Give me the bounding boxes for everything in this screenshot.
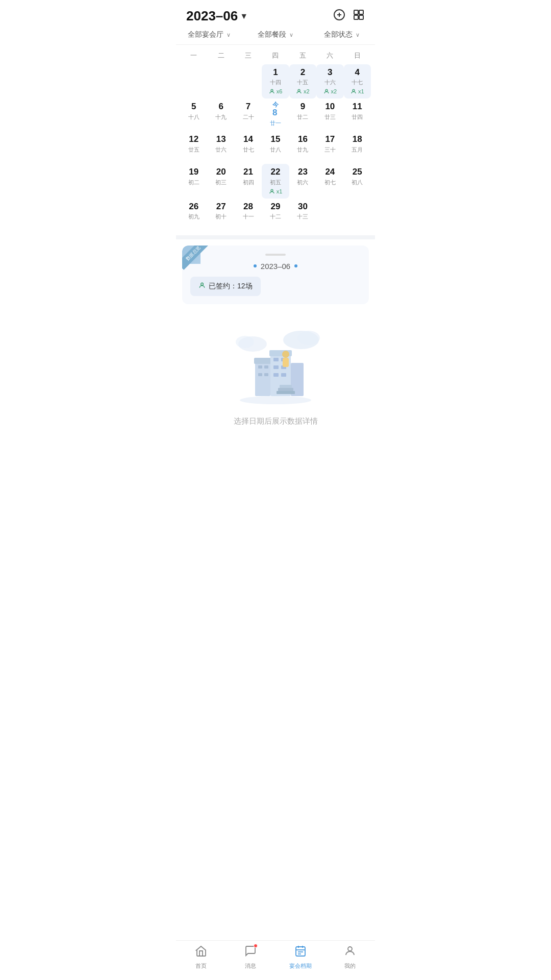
cal-cell-24[interactable]: 24初七 <box>316 164 343 198</box>
svg-rect-24 <box>258 373 262 376</box>
cal-lunar: 廿八 <box>270 146 281 154</box>
svg-rect-26 <box>273 358 279 361</box>
cal-cell-23[interactable]: 23初六 <box>289 164 316 198</box>
svg-point-7 <box>271 89 273 91</box>
cal-cell-7[interactable]: 7二十 <box>235 99 262 131</box>
cal-num: 12 <box>189 134 198 144</box>
svg-rect-35 <box>278 388 293 391</box>
cal-cell-11[interactable]: 11廿四 <box>344 99 371 131</box>
cal-num: 11 <box>353 102 362 112</box>
cal-cell-9[interactable]: 9廿二 <box>289 99 316 131</box>
cal-cell-19[interactable]: 19初二 <box>180 164 207 198</box>
cal-num: 7 <box>246 102 251 112</box>
cal-num: 29 <box>271 202 281 212</box>
cal-lunar: 廿九 <box>297 146 308 154</box>
cal-lunar: 初六 <box>297 179 308 186</box>
cal-num: 14 <box>243 134 253 144</box>
svg-rect-22 <box>258 365 262 369</box>
cal-cell-20[interactable]: 20初三 <box>207 164 234 198</box>
cal-cell-empty-2 <box>235 64 262 99</box>
month-title[interactable]: 2023–06 ▼ <box>186 8 248 24</box>
cal-cell-29[interactable]: 29十二 <box>262 199 289 231</box>
cal-num: 3 <box>328 67 332 78</box>
cal-cell-10[interactable]: 10廿三 <box>316 99 343 131</box>
filter-status-label: 全部状态 <box>324 30 353 39</box>
drag-handle <box>265 254 286 256</box>
svg-rect-31 <box>281 373 286 377</box>
weekday-thu: 四 <box>262 49 289 62</box>
cal-cell-22[interactable]: 22初五 x1 <box>262 164 289 198</box>
dot-left <box>254 264 257 267</box>
cal-lunar: 初五 <box>270 179 281 186</box>
cal-num: 17 <box>325 134 335 144</box>
cal-lunar: 初十 <box>215 213 227 220</box>
weekday-sat: 六 <box>316 49 343 62</box>
weekday-fri: 五 <box>289 49 316 62</box>
cal-num: 23 <box>298 167 308 177</box>
cal-cell-8[interactable]: 今8廿一 <box>262 99 289 131</box>
cal-cell-27[interactable]: 27初十 <box>207 199 234 231</box>
svg-rect-34 <box>280 385 292 388</box>
cal-badge: x6 <box>269 88 283 94</box>
empty-state: 选择日期后展示数据详情 <box>176 304 375 436</box>
cal-lunar: 二十 <box>243 113 254 121</box>
filter-hall-arrow: ∨ <box>227 32 231 38</box>
svg-point-8 <box>298 89 300 91</box>
cal-lunar: 初七 <box>324 179 336 186</box>
cal-cell-18[interactable]: 18五月 <box>344 131 371 164</box>
filter-meal[interactable]: 全部餐段 ∨ <box>242 30 309 39</box>
grid-icon[interactable] <box>353 9 365 24</box>
stat-signed: 已签约：12场 <box>190 277 261 296</box>
cal-num: 19 <box>189 167 198 177</box>
cal-cell-5[interactable]: 5十八 <box>180 99 207 131</box>
cal-cell-6[interactable]: 6十九 <box>207 99 234 131</box>
cal-num: 18 <box>353 134 362 144</box>
cal-cell-empty-1 <box>207 64 234 99</box>
add-icon[interactable] <box>333 9 345 24</box>
weekday-wed: 三 <box>235 49 262 62</box>
cal-cell-26[interactable]: 26初九 <box>180 199 207 231</box>
svg-rect-4 <box>359 10 363 14</box>
cal-cell-16[interactable]: 16廿九 <box>289 131 316 164</box>
cal-cell-30[interactable]: 30十三 <box>289 199 316 231</box>
cal-cell-4[interactable]: 4十七 x1 <box>344 64 371 99</box>
filter-meal-arrow: ∨ <box>289 32 293 38</box>
svg-rect-36 <box>277 391 295 394</box>
dot-right <box>294 264 297 267</box>
stat-person-icon <box>198 282 206 290</box>
cal-lunar: 廿六 <box>215 146 227 154</box>
cal-cell-13[interactable]: 13廿六 <box>207 131 234 164</box>
cal-cell-14[interactable]: 14廿七 <box>235 131 262 164</box>
cal-cell-25[interactable]: 25初八 <box>344 164 371 198</box>
cal-cell-15[interactable]: 15廿八 <box>262 131 289 164</box>
cal-lunar: 十八 <box>188 113 199 121</box>
cal-lunar: 初九 <box>188 213 199 220</box>
cal-cell-3[interactable]: 3十六 x2 <box>316 64 343 99</box>
cal-lunar: 廿七 <box>243 146 254 154</box>
cal-lunar: 初四 <box>243 179 254 186</box>
cal-num: 20 <box>216 167 226 177</box>
cal-cell-2[interactable]: 2十五 x2 <box>289 64 316 99</box>
filter-hall[interactable]: 全部宴会厅 ∨ <box>176 30 242 39</box>
cal-lunar: 十二 <box>270 213 281 220</box>
svg-rect-3 <box>354 10 358 14</box>
cal-num: 15 <box>271 134 281 144</box>
summary-month-title: 2023–06 <box>190 262 361 271</box>
cal-cell-empty-0 <box>180 64 207 99</box>
filter-status[interactable]: 全部状态 ∨ <box>309 30 375 39</box>
cal-lunar: 三十 <box>324 146 336 154</box>
cal-cell-12[interactable]: 12廿五 <box>180 131 207 164</box>
svg-rect-6 <box>359 15 363 19</box>
cal-cell-21[interactable]: 21初四 <box>235 164 262 198</box>
cal-cell-17[interactable]: 17三十 <box>316 131 343 164</box>
ribbon-container: 数据总览 <box>182 246 209 272</box>
cal-lunar: 十五 <box>297 79 308 86</box>
svg-rect-23 <box>264 365 268 369</box>
svg-rect-30 <box>273 373 279 377</box>
empty-text: 选择日期后展示数据详情 <box>234 416 318 426</box>
cal-cell-1[interactable]: 1十四 x6 <box>262 64 289 99</box>
cal-badge: x2 <box>323 88 337 94</box>
cal-cell-28[interactable]: 28十一 <box>235 199 262 231</box>
svg-point-16 <box>236 336 254 348</box>
filter-status-arrow: ∨ <box>356 32 360 38</box>
